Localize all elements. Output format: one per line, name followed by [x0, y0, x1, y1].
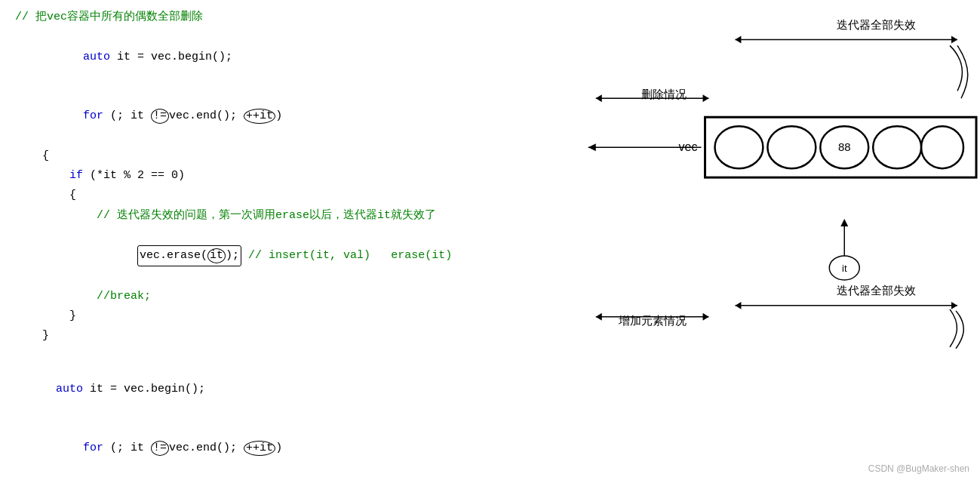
span-arrow-1-left: [735, 35, 741, 43]
span-arrow-2-left: [735, 302, 741, 309]
for-keyword-1: [56, 109, 83, 122]
span-arrow-1-right: [951, 35, 957, 43]
for-kw-2: for: [83, 442, 103, 454]
span-arrow-2-right: [951, 302, 957, 309]
annotation-all-invalid-1: 迭代器全部失效: [837, 18, 916, 31]
circle-inc-1: ++it: [244, 109, 275, 124]
comment-line-1: // 把vec容器中所有的偶数全部删除: [15, 8, 453, 27]
if-kw-1: if: [69, 169, 83, 182]
insert-case-label: 增加元素情况: [618, 314, 687, 327]
it-pointer-head: [840, 219, 848, 226]
cell-1: [715, 126, 763, 168]
for-content-2: (; it !=vec.end(); ++it): [103, 442, 282, 454]
cell-4: [873, 126, 921, 168]
watermark: CSDN @BugMaker-shen: [868, 463, 969, 474]
code-line-for1: for (; it !=vec.end(); ++it): [15, 87, 453, 146]
comment-line-2: // 迭代器失效的问题，第一次调用erase以后，迭代器it就失效了: [15, 206, 453, 226]
box-erase: vec.erase(it);: [137, 245, 241, 266]
for-kw-1: for: [83, 109, 103, 122]
brace-close-1: }: [15, 306, 453, 326]
it-label-lower: it: [842, 263, 847, 274]
left-arrow-delete-head: [588, 143, 596, 151]
if-line-1: if (*it % 2 == 0): [15, 166, 453, 186]
erase-line: vec.erase(it); // insert(it, val) erase(…: [15, 226, 453, 287]
cell-2: [767, 126, 816, 168]
circle-neq-1: !=: [151, 109, 169, 124]
blank-line: [15, 346, 453, 359]
code-line-auto-it: auto it = vec.begin();: [15, 27, 453, 87]
deco-curve-1: [950, 45, 963, 91]
keyword-auto-2: auto: [56, 383, 90, 395]
deco-curve-3: [950, 309, 957, 347]
code-it-decl: it = vec.begin();: [117, 51, 232, 63]
cell-3-value: 88: [838, 140, 851, 153]
cell-5: [921, 126, 963, 168]
delete-arrow-left: [596, 94, 602, 102]
annotation-all-invalid-2: 迭代器全部失效: [837, 284, 916, 297]
for-indent-2: [56, 442, 83, 454]
brace-close-2: }: [15, 326, 453, 346]
diagram-svg: 迭代器全部失效 删除情况 vec: [468, 0, 980, 480]
erase-comment: // insert(it, val) erase(it): [241, 249, 452, 262]
code-line-auto-it-2: auto it = vec.begin();: [15, 359, 453, 419]
erase-indent: [56, 249, 137, 262]
insert-arrow-left: [596, 313, 602, 321]
delete-arrow-head: [703, 94, 709, 102]
brace-open-1: {: [15, 146, 453, 166]
keyword-auto: auto: [56, 51, 117, 63]
circle-it-erase: it: [207, 248, 226, 263]
insert-arrow-head: [703, 313, 709, 321]
circle-neq-2: !=: [151, 441, 169, 456]
for-content-1: (; it !=vec.end(); ++it): [103, 109, 282, 122]
main-container: // 把vec容器中所有的偶数全部删除 auto it = vec.begin(…: [0, 0, 980, 480]
code-it-decl-2: it = vec.begin();: [90, 383, 205, 395]
code-panel: // 把vec容器中所有的偶数全部删除 auto it = vec.begin(…: [0, 0, 468, 480]
brace-open-2: {: [15, 186, 453, 205]
circle-inc-2: ++it: [244, 441, 275, 456]
diagram-panel: 迭代器全部失效 删除情况 vec: [468, 0, 980, 480]
code-line-for2: for (; it !=vec.end(); ++it): [15, 419, 453, 478]
break-line-1: //break;: [15, 287, 453, 306]
